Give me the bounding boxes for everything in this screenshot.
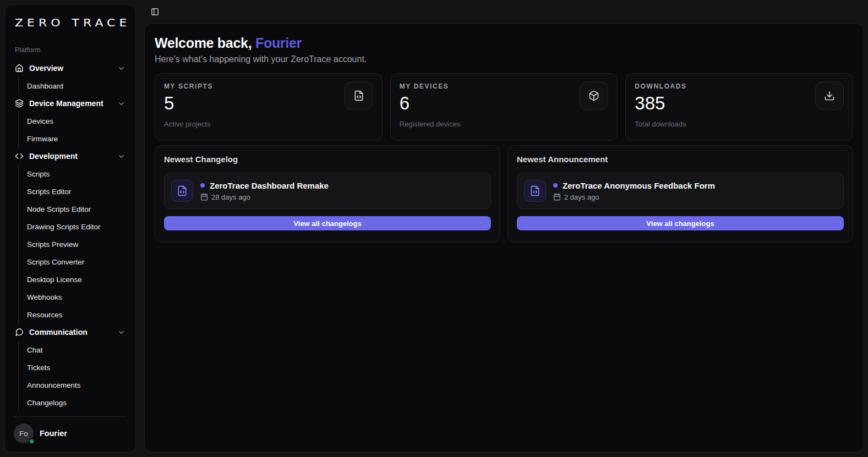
sidebar-item-webhooks[interactable]: Webhooks (27, 288, 127, 306)
sidebar-item-desktop-license[interactable]: Desktop License (27, 271, 127, 288)
my-scripts-icon-button[interactable] (345, 81, 373, 110)
stat-description: Total downloads (635, 120, 844, 128)
sidebar-item-communication[interactable]: Communication (14, 323, 127, 341)
changelog-title: ZeroTrace Dashboard Remake (210, 181, 329, 190)
sidebar-user-footer: Fo Fourier (14, 416, 127, 443)
sidebar-item-changelogs[interactable]: Changelogs (27, 394, 127, 411)
main-column: Welcome back, Fourier Here's what's happ… (144, 0, 864, 453)
nav-group-communication: Communication Chat Tickets Announcements… (14, 323, 127, 411)
sidebar-item-development[interactable]: Development (14, 147, 127, 165)
announcement-time: 2 days ago (564, 193, 599, 201)
file-code-icon (353, 90, 364, 101)
download-icon (824, 90, 835, 101)
page-title: Welcome back, Fourier (155, 35, 853, 51)
avatar[interactable]: Fo (14, 423, 34, 443)
entry-time-row: 28 days ago (200, 193, 329, 201)
sidebar-item-label: Development (29, 152, 112, 161)
entry-time-row: 2 days ago (553, 193, 715, 201)
chevron-down-icon (117, 64, 125, 73)
file-code-icon (177, 185, 188, 196)
nav-children-device-management: Devices Firmware (18, 112, 127, 147)
sidebar-item-node-scripts-editor[interactable]: Node Scripts Editor (27, 200, 127, 218)
sidebar-item-overview[interactable]: Overview (14, 59, 127, 77)
calendar-icon (553, 193, 561, 201)
page-subtitle: Here's what's happening with your ZeroTr… (155, 54, 853, 64)
sidebar: ZERO TRACE Platform Overview Dashboard D… (4, 4, 136, 453)
stat-description: Active projects (164, 120, 373, 128)
sidebar-item-scripts-preview[interactable]: Scripts Preview (27, 235, 127, 253)
sidebar-item-announcements[interactable]: Announcements (27, 376, 127, 394)
stat-label: MY DEVICES (400, 82, 609, 90)
package-icon (588, 90, 599, 101)
sidebar-item-label: Device Management (29, 99, 112, 108)
online-status-dot (29, 438, 35, 444)
sidebar-section-label: Platform (15, 46, 127, 54)
sidebar-item-label: Communication (29, 328, 112, 337)
entry-title-row: ZeroTrace Anonymous Feedback Form (553, 181, 715, 190)
zerotrace-logo: ZERO TRACE (15, 16, 151, 29)
sidebar-item-scripts-converter[interactable]: Scripts Converter (27, 253, 127, 271)
user-name: Fourier (40, 429, 67, 438)
stat-value: 385 (635, 93, 844, 113)
entry-text: ZeroTrace Dashboard Remake 28 days ago (200, 181, 329, 201)
stat-card-my-devices: MY DEVICES 6 Registered devices (390, 73, 618, 141)
stat-label: DOWNLOADS (635, 82, 844, 90)
topbar (144, 0, 864, 23)
sidebar-item-tickets[interactable]: Tickets (27, 359, 127, 376)
changelog-entry[interactable]: ZeroTrace Dashboard Remake 28 days ago (164, 173, 491, 209)
newest-changelog-card: Newest Changelog ZeroTrace Dashboard Rem… (155, 145, 500, 243)
sidebar-toggle-button[interactable] (150, 7, 160, 17)
nav-children-overview: Dashboard (18, 77, 127, 95)
sidebar-item-scripts[interactable]: Scripts (27, 165, 127, 183)
sidebar-item-resources[interactable]: Resources (27, 306, 127, 323)
changelog-icon-tile (171, 180, 193, 202)
nav-group-device-management: Device Management Devices Firmware (14, 95, 127, 147)
greeting-username: Fourier (255, 35, 302, 51)
greeting-prefix: Welcome back, (155, 35, 252, 51)
view-all-changelogs-button[interactable]: View all changelogs (164, 216, 491, 230)
stats-row: MY SCRIPTS 5 Active projects MY DEVICES … (155, 73, 853, 141)
view-all-changelogs-button[interactable]: View all changelogs (517, 216, 844, 230)
layers-icon (15, 99, 24, 108)
my-devices-icon-button[interactable] (580, 81, 608, 110)
sidebar-item-scripts-editor[interactable]: Scripts Editor (27, 183, 127, 200)
sidebar-item-dashboard[interactable]: Dashboard (27, 77, 127, 95)
chevron-down-icon (117, 328, 125, 337)
panel-left-icon (151, 8, 159, 16)
sidebar-item-chat[interactable]: Chat (27, 341, 127, 359)
sidebar-item-label: Overview (29, 64, 112, 73)
sidebar-item-devices[interactable]: Devices (27, 112, 127, 130)
stat-label: MY SCRIPTS (164, 82, 373, 90)
sidebar-item-drawing-scripts-editor[interactable]: Drawing Scripts Editor (27, 218, 127, 235)
downloads-icon-button[interactable] (815, 81, 844, 110)
changelog-time: 28 days ago (211, 193, 250, 201)
sidebar-nav: Overview Dashboard Device Management Dev… (14, 59, 127, 411)
stat-description: Registered devices (400, 120, 609, 128)
entry-text: ZeroTrace Anonymous Feedback Form 2 days… (553, 181, 715, 201)
panels-row: Newest Changelog ZeroTrace Dashboard Rem… (155, 145, 853, 243)
panel-title: Newest Announcement (517, 155, 844, 164)
calendar-icon (200, 193, 208, 201)
announcement-icon-tile (524, 180, 546, 202)
stat-value: 5 (164, 93, 373, 113)
bullet-dot-icon (200, 183, 205, 188)
announcement-entry[interactable]: ZeroTrace Anonymous Feedback Form 2 days… (517, 173, 844, 209)
announcement-title: ZeroTrace Anonymous Feedback Form (563, 181, 715, 190)
nav-children-communication: Chat Tickets Announcements Changelogs (18, 341, 127, 411)
stat-card-my-scripts: MY SCRIPTS 5 Active projects (155, 73, 383, 141)
sidebar-item-firmware[interactable]: Firmware (27, 130, 127, 147)
entry-title-row: ZeroTrace Dashboard Remake (200, 181, 329, 190)
newest-announcement-card: Newest Announcement ZeroTrace Anonymous … (507, 145, 853, 243)
stat-card-downloads: DOWNLOADS 385 Total downloads (625, 73, 853, 141)
chevron-down-icon (117, 152, 125, 161)
sidebar-item-device-management[interactable]: Device Management (14, 95, 127, 112)
panel-title: Newest Changelog (164, 155, 491, 164)
nav-children-development: Scripts Scripts Editor Node Scripts Edit… (18, 165, 127, 323)
main-panel: Welcome back, Fourier Here's what's happ… (144, 23, 864, 453)
nav-group-development: Development Scripts Scripts Editor Node … (14, 147, 127, 323)
bullet-dot-icon (553, 183, 558, 188)
stat-value: 6 (400, 93, 609, 113)
avatar-initials: Fo (19, 430, 28, 438)
code-icon (15, 152, 24, 161)
nav-group-overview: Overview Dashboard (14, 59, 127, 95)
